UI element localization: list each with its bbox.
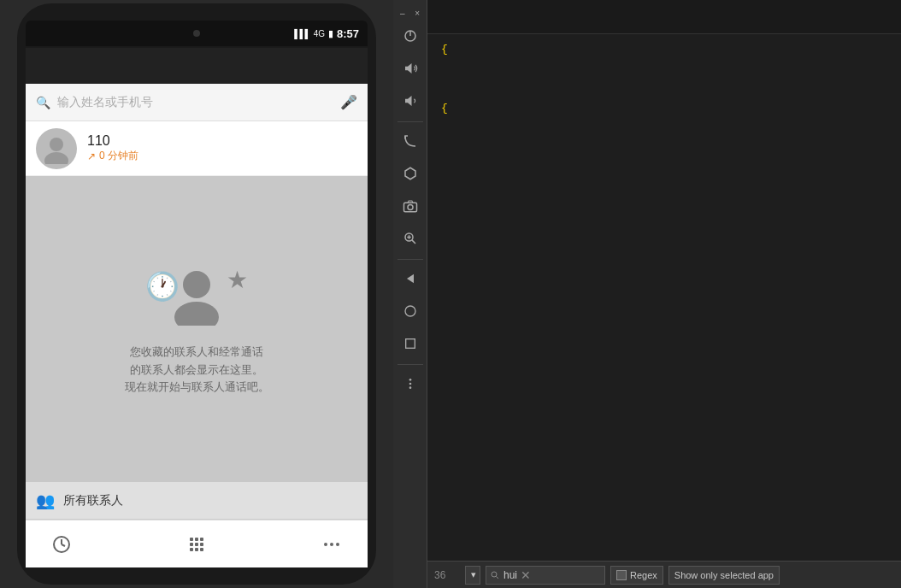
svg-point-35 [409,386,411,389]
phone-screen: 🔍 输入姓名或手机号 🎤 110 ↗ 0 分钟前 [26,48,368,567]
ide-top-bar [427,0,901,34]
svg-point-3 [174,302,219,326]
zoom-button[interactable] [395,223,426,254]
volume-down-button[interactable] [395,85,426,116]
minimize-button[interactable]: – [397,7,409,19]
svg-rect-15 [200,548,203,551]
svg-rect-13 [190,548,193,551]
rotate-button[interactable] [395,126,426,156]
search-input-icon [490,570,500,580]
svg-rect-14 [195,548,198,551]
show-selected-label: Show only selected app [674,570,774,580]
svg-rect-11 [195,543,198,546]
svg-marker-22 [405,96,412,106]
window-controls: – × [393,3,427,21]
contacts-tab-label: 所有联系人 [63,493,123,509]
svg-point-17 [330,543,333,546]
svg-marker-21 [405,63,412,74]
search-placeholder-text: 输入姓名或手机号 [57,95,333,110]
svg-marker-30 [407,274,414,284]
toolbar-divider-2 [398,259,423,260]
empty-state: 🕐 ★ 您收藏的联系人和经常通话 的联系人都会显示在这里。 现在就开始与联系人通… [26,176,368,482]
svg-point-34 [409,383,411,385]
svg-rect-7 [190,538,193,541]
svg-rect-8 [195,538,198,541]
screenshot-button[interactable] [395,158,426,189]
mic-icon[interactable]: 🎤 [340,94,357,110]
svg-point-25 [408,205,413,210]
contact-sub: ↗ 0 分钟前 [87,149,357,163]
contact-item[interactable]: 110 ↗ 0 分钟前 [26,121,368,176]
ide-bottom-bar: 36 ▾ hui ✕ Regex Show [427,561,901,588]
svg-line-6 [62,544,65,546]
network-label: 4G [314,29,325,38]
toolbar-divider-3 [398,364,423,365]
show-selected-app-button[interactable]: Show only selected app [668,566,780,585]
svg-point-18 [336,543,339,546]
svg-line-27 [411,240,415,244]
svg-point-36 [492,572,497,577]
call-arrow-icon: ↗ [87,150,96,162]
code-line-1: { [441,41,887,59]
ide-area: – × [393,0,901,588]
regex-label: Regex [630,570,657,580]
contacts-tab-icon: 👥 [36,491,55,510]
power-button[interactable] [395,21,426,51]
empty-state-icons: 🕐 ★ [145,262,248,330]
search-clear-button[interactable]: ✕ [521,568,531,582]
camera-button[interactable] [395,191,426,221]
home-button[interactable] [395,296,426,326]
ide-main: { { 36 ▾ hui ✕ Regex [427,0,901,588]
empty-state-text: 您收藏的联系人和经常通话 的联系人都会显示在这里。 现在就开始与联系人通话吧。 [125,344,269,397]
recents-button[interactable] [395,328,426,359]
signal-icon: ▌▌▌ [294,29,309,38]
search-bar[interactable]: 🔍 输入姓名或手机号 🎤 [26,84,368,121]
svg-line-37 [496,576,498,579]
code-line-2: { [441,100,887,118]
nav-recents[interactable] [43,526,80,563]
filter-dropdown[interactable]: ▾ [465,566,480,585]
svg-rect-10 [190,543,193,546]
emulator-toolbar: – × [393,0,427,588]
clock-status: 8:57 [337,27,359,40]
app-header [26,48,368,84]
phone-area: ▌▌▌ 4G ▮ 8:57 🔍 输入姓名或手机号 🎤 [0,0,393,588]
svg-point-31 [405,306,415,316]
bottom-nav [26,520,368,567]
phone-status-bar: ▌▌▌ 4G ▮ 8:57 [26,21,368,46]
code-editor[interactable]: { { [427,34,901,561]
regex-toggle[interactable]: Regex [610,566,663,585]
star-decorative-icon: ★ [227,266,248,294]
contact-time: 0 分钟前 [99,149,138,163]
svg-point-1 [44,152,68,164]
search-icon: 🔍 [36,96,50,109]
back-button[interactable] [395,263,426,294]
battery-icon: ▮ [328,28,333,39]
contact-name: 110 [87,133,357,149]
more-button[interactable] [395,368,426,399]
regex-checkbox [616,570,627,580]
phone-device: ▌▌▌ 4G ▮ 8:57 🔍 输入姓名或手机号 🎤 [17,3,376,585]
toolbar-divider-1 [398,121,423,122]
svg-point-0 [50,138,63,151]
clock-decorative-icon: 🕐 [145,270,180,303]
svg-point-2 [183,271,210,298]
chevron-down-icon: ▾ [471,569,476,580]
log-search-input[interactable]: hui ✕ [486,566,605,585]
line-number: 36 [434,569,460,581]
svg-point-33 [409,379,411,381]
contact-avatar [36,128,77,169]
svg-rect-12 [200,543,203,546]
svg-point-16 [324,543,327,546]
volume-up-button[interactable] [395,53,426,84]
nav-dialpad[interactable] [178,526,215,563]
contact-info: 110 ↗ 0 分钟前 [87,133,357,163]
svg-rect-9 [200,538,203,541]
close-button[interactable]: × [412,7,424,19]
search-input-value: hui [504,569,517,581]
nav-more[interactable] [313,526,350,563]
contacts-tab-bar[interactable]: 👥 所有联系人 [26,482,368,520]
svg-rect-32 [405,339,415,349]
